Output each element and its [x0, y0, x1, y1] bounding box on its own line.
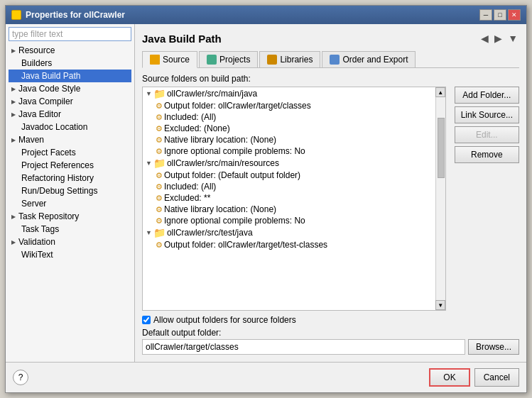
- folder-icon: 📁: [153, 88, 165, 99]
- sidebar-item-validation[interactable]: ▶Validation: [9, 236, 131, 248]
- cancel-button[interactable]: Cancel: [474, 368, 519, 387]
- expand-arrow: ▶: [11, 137, 16, 143]
- tree-item[interactable]: ⚙ Ignore optional compile problems: No: [143, 215, 435, 226]
- main-nav: ◀ ▶ ▼: [479, 31, 519, 45]
- tree-item[interactable]: ▼ 📁 ollCrawler/src/test/java: [143, 226, 435, 239]
- tree-expand-icon: ▼: [146, 160, 152, 167]
- tree-item-label: Included: (All): [164, 182, 216, 192]
- gear-icon: ⚙: [156, 101, 163, 111]
- output-field[interactable]: [142, 339, 465, 355]
- actions-column: Add Folder... Link Source... Edit... Rem…: [455, 87, 519, 311]
- sidebar-item-label: Project Facets: [21, 148, 76, 157]
- sidebar-item-task-tags[interactable]: Task Tags: [9, 223, 131, 236]
- sidebar-item-maven[interactable]: ▶Maven: [9, 133, 131, 146]
- title-bar: Properties for ollCrawler ─ □ ✕: [6, 6, 526, 24]
- tree-item[interactable]: ⚙ Output folder: ollCrawler/target/test-…: [143, 239, 435, 250]
- nav-forward-button[interactable]: ▶: [493, 31, 504, 45]
- browse-button[interactable]: Browse...: [468, 339, 519, 355]
- sidebar: ▶ResourceBuildersJava Build Path▶Java Co…: [6, 24, 135, 362]
- tree-item[interactable]: ⚙ Included: (All): [143, 181, 435, 192]
- tree-content[interactable]: ▼ 📁 ollCrawler/src/main/java ⚙ Output fo…: [143, 87, 435, 310]
- expand-arrow: ▶: [11, 111, 16, 118]
- scroll-up-button[interactable]: ▲: [435, 87, 445, 97]
- tree-expand-icon: ▼: [146, 90, 152, 97]
- tree-item[interactable]: ⚙ Excluded: **: [143, 192, 435, 204]
- tree-item[interactable]: ⚙ Excluded: (None): [143, 123, 435, 134]
- tree-scrollbar: ▲ ▼: [435, 87, 445, 310]
- expand-arrow: ▶: [11, 99, 16, 105]
- sidebar-item-refactoring-history[interactable]: Refactoring History: [9, 172, 131, 184]
- main-content: Java Build Path ◀ ▶ ▼ Source Projects: [135, 24, 526, 362]
- sidebar-item-label: Maven: [18, 135, 44, 145]
- maximize-button[interactable]: □: [494, 9, 506, 21]
- title-bar-left: Properties for ollCrawler: [11, 10, 125, 20]
- sidebar-item-java-code-style[interactable]: ▶Java Code Style: [9, 82, 131, 95]
- sidebar-item-label: Builders: [21, 58, 52, 68]
- sidebar-item-project-facets[interactable]: Project Facets: [9, 146, 131, 159]
- title-bar-buttons: ─ □ ✕: [479, 9, 521, 21]
- sidebar-item-server[interactable]: Server: [9, 197, 131, 210]
- allow-output-checkbox[interactable]: [142, 316, 151, 324]
- tree-item[interactable]: ⚙ Output folder: (Default output folder): [143, 170, 435, 181]
- sidebar-item-wikitext[interactable]: WikiText: [9, 248, 131, 261]
- tree-item[interactable]: ⚙ Native library location: (None): [143, 134, 435, 145]
- tree-item[interactable]: ⚙ Native library location: (None): [143, 204, 435, 215]
- footer-right: OK Cancel: [429, 368, 519, 387]
- tree-item-label: ollCrawler/src/test/java: [167, 228, 253, 238]
- tree-item-label: Output folder: (Default output folder): [164, 170, 300, 180]
- sidebar-item-builders[interactable]: Builders: [9, 57, 131, 70]
- sidebar-item-label: Java Build Path: [21, 71, 80, 81]
- tree-item[interactable]: ▼ 📁 ollCrawler/src/main/resources: [143, 157, 435, 170]
- sidebar-item-javadoc-location[interactable]: Javadoc Location: [9, 121, 131, 133]
- sidebar-item-label: Validation: [18, 237, 55, 247]
- default-output-label: Default output folder:: [142, 328, 519, 338]
- sidebar-item-label: Javadoc Location: [21, 122, 87, 132]
- remove-button[interactable]: Remove: [455, 146, 519, 163]
- tree-item-label: ollCrawler/src/main/java: [167, 89, 257, 99]
- expand-arrow: ▶: [11, 48, 16, 54]
- projects-tab-icon: [207, 55, 217, 65]
- tree-item[interactable]: ▼ 📁 ollCrawler/src/main/java: [143, 87, 435, 100]
- nav-dropdown-button[interactable]: ▼: [506, 31, 519, 45]
- gear-icon: ⚙: [156, 205, 163, 214]
- allow-output-label: Allow output folders for source folders: [153, 315, 296, 325]
- tab-order-export[interactable]: Order and Export: [322, 51, 416, 67]
- tree-item-label: Ignore optional compile problems: No: [164, 146, 305, 156]
- tab-projects[interactable]: Projects: [199, 51, 258, 67]
- close-button[interactable]: ✕: [508, 9, 521, 21]
- scroll-thumb: [438, 118, 445, 179]
- ok-button[interactable]: OK: [429, 368, 469, 387]
- sidebar-item-label: Java Code Style: [18, 84, 80, 94]
- nav-back-button[interactable]: ◀: [479, 31, 490, 45]
- filter-input[interactable]: [9, 27, 131, 41]
- sidebar-item-task-repository[interactable]: ▶Task Repository: [9, 210, 131, 223]
- link-source-button[interactable]: Link Source...: [455, 106, 519, 123]
- add-folder-button[interactable]: Add Folder...: [455, 87, 519, 104]
- tree-item[interactable]: ⚙ Output folder: ollCrawler/target/class…: [143, 100, 435, 111]
- sidebar-item-label: WikiText: [21, 250, 53, 260]
- sidebar-item-java-build-path[interactable]: Java Build Path: [9, 70, 131, 82]
- expand-arrow: ▶: [11, 86, 16, 92]
- gear-icon: ⚙: [156, 147, 163, 156]
- tree-item[interactable]: ⚙ Ignore optional compile problems: No: [143, 145, 435, 157]
- help-button[interactable]: ?: [13, 370, 28, 385]
- dialog-title: Properties for ollCrawler: [26, 10, 125, 20]
- sidebar-item-java-editor[interactable]: ▶Java Editor: [9, 108, 131, 121]
- expand-arrow: ▶: [11, 214, 16, 220]
- gear-icon: ⚙: [156, 241, 163, 250]
- tab-order-label: Order and Export: [342, 55, 408, 65]
- minimize-button[interactable]: ─: [479, 9, 492, 21]
- scroll-down-button[interactable]: ▼: [435, 300, 445, 310]
- tab-libraries-label: Libraries: [280, 55, 313, 65]
- sidebar-item-project-references[interactable]: Project References: [9, 159, 131, 172]
- bottom-section: Allow output folders for source folders …: [142, 315, 519, 355]
- tab-source[interactable]: Source: [142, 51, 197, 68]
- sidebar-item-label: Java Editor: [18, 109, 61, 119]
- tab-libraries[interactable]: Libraries: [259, 51, 320, 67]
- sidebar-item-resource[interactable]: ▶Resource: [9, 44, 131, 57]
- sidebar-item-java-compiler[interactable]: ▶Java Compiler: [9, 95, 131, 108]
- sidebar-item-run-debug-settings[interactable]: Run/Debug Settings: [9, 184, 131, 197]
- tree-item[interactable]: ⚙ Included: (All): [143, 111, 435, 123]
- edit-button[interactable]: Edit...: [455, 126, 519, 143]
- main-title: Java Build Path: [142, 33, 222, 45]
